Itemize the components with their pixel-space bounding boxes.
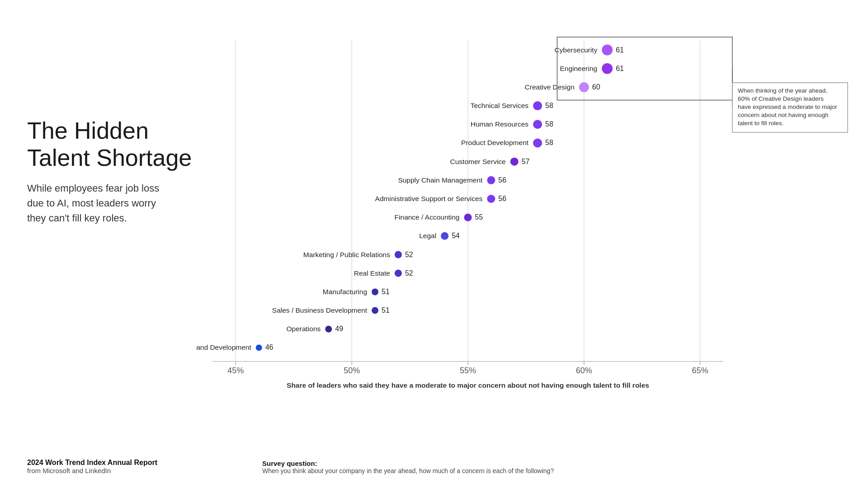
chart-area: 45%50%55%60%65%Share of leaders who said…	[194, 36, 850, 434]
svg-text:61: 61	[616, 46, 624, 54]
survey-text: When you think about your company in the…	[262, 467, 554, 474]
main-title: The HiddenTalent Shortage	[27, 117, 217, 172]
svg-text:concern about not having enoug: concern about not having enough	[738, 112, 828, 118]
svg-text:Supply Chain Management: Supply Chain Management	[398, 176, 483, 184]
svg-text:Operations: Operations	[286, 325, 321, 333]
svg-text:Customer Service: Customer Service	[450, 158, 506, 165]
report-source: from Microsoft and LinkedIn	[27, 467, 157, 474]
svg-text:Human Resources: Human Resources	[471, 120, 529, 128]
svg-point-56	[372, 288, 378, 295]
svg-point-35	[510, 158, 519, 166]
left-panel: The HiddenTalent Shortage While employee…	[27, 117, 217, 225]
chart-svg: 45%50%55%60%65%Share of leaders who said…	[194, 36, 850, 434]
svg-text:Research and Development: Research and Development	[194, 343, 251, 351]
svg-point-53	[395, 270, 402, 277]
svg-text:51: 51	[382, 306, 390, 314]
svg-text:55%: 55%	[460, 366, 476, 375]
svg-point-50	[395, 251, 402, 258]
svg-point-62	[325, 326, 332, 333]
svg-text:60%: 60%	[576, 366, 592, 375]
svg-text:Engineering: Engineering	[560, 65, 597, 72]
svg-text:Finance / Accounting: Finance / Accounting	[395, 213, 460, 221]
svg-text:56: 56	[498, 195, 506, 202]
svg-text:have expressed a moderate to m: have expressed a moderate to major	[738, 103, 837, 110]
svg-text:Legal: Legal	[419, 232, 436, 239]
svg-text:Marketing / Public Relations: Marketing / Public Relations	[303, 251, 390, 258]
svg-text:Sales / Business Development: Sales / Business Development	[272, 306, 368, 314]
svg-text:58: 58	[545, 102, 553, 109]
svg-text:56: 56	[498, 176, 506, 184]
svg-point-26	[533, 101, 542, 110]
svg-text:57: 57	[522, 158, 530, 165]
svg-text:58: 58	[545, 139, 553, 146]
svg-text:54: 54	[452, 232, 460, 239]
svg-text:52: 52	[405, 269, 413, 277]
svg-text:Technical Services: Technical Services	[471, 102, 529, 109]
svg-text:46: 46	[265, 343, 274, 351]
svg-text:49: 49	[335, 325, 343, 333]
svg-text:45%: 45%	[227, 366, 244, 375]
svg-text:When thinking of the year ahea: When thinking of the year ahead,	[738, 87, 827, 94]
subtitle: While employees fear job lossdue to AI, …	[27, 181, 217, 225]
svg-point-59	[372, 307, 378, 314]
svg-text:60: 60	[592, 83, 600, 91]
svg-point-41	[487, 195, 495, 203]
svg-point-29	[533, 120, 542, 129]
survey-label: Survey question:	[262, 460, 554, 467]
svg-text:Share of leaders who said they: Share of leaders who said they have a mo…	[287, 381, 649, 389]
svg-text:58: 58	[545, 120, 553, 128]
svg-text:65%: 65%	[692, 366, 708, 375]
svg-text:51: 51	[382, 288, 390, 296]
svg-text:Cybersecurity: Cybersecurity	[554, 46, 597, 54]
svg-point-44	[464, 214, 472, 221]
svg-text:50%: 50%	[344, 366, 360, 375]
svg-point-23	[579, 82, 589, 92]
svg-text:52: 52	[405, 251, 413, 258]
svg-text:Administrative Support or Serv: Administrative Support or Services	[375, 195, 483, 202]
svg-text:Product Development: Product Development	[461, 139, 529, 146]
svg-text:61: 61	[616, 65, 624, 72]
svg-text:Real Estate: Real Estate	[354, 269, 390, 277]
svg-text:Creative Design: Creative Design	[525, 83, 575, 91]
svg-point-47	[441, 232, 448, 240]
svg-point-20	[602, 63, 613, 74]
svg-point-17	[602, 45, 613, 56]
svg-point-65	[256, 344, 262, 351]
svg-text:60% of Creative Design leaders: 60% of Creative Design leaders	[738, 95, 824, 102]
footer-right: Survey question: When you think about yo…	[262, 460, 554, 474]
svg-point-38	[487, 176, 495, 184]
svg-text:55: 55	[475, 213, 483, 221]
svg-point-32	[533, 138, 542, 147]
svg-text:Manufacturing: Manufacturing	[323, 288, 367, 296]
svg-text:talent to fill roles.: talent to fill roles.	[738, 120, 783, 127]
report-title: 2024 Work Trend Index Annual Report	[27, 459, 157, 467]
footer-left: 2024 Work Trend Index Annual Report from…	[27, 459, 157, 474]
